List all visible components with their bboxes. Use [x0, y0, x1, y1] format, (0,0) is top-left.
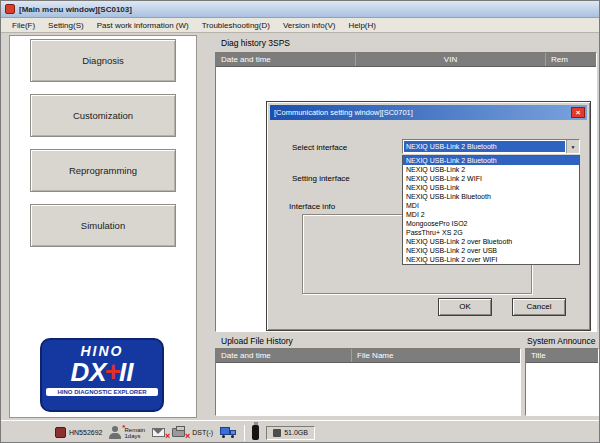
- diag-history-title: Diag history 3SPS: [221, 38, 290, 48]
- device-icon: [55, 427, 66, 438]
- main-menu-window: [Main menu window][SC0103] File(F) Setti…: [0, 0, 600, 443]
- dropdown-option[interactable]: NEXIQ USB-Link 2 WIFI: [403, 174, 579, 183]
- remain-days-text: Remain 1days: [124, 427, 145, 439]
- system-announce-header-row: Title: [526, 349, 598, 363]
- ok-button[interactable]: OK: [438, 298, 492, 316]
- dropdown-option[interactable]: MongoosePro ISO2: [403, 219, 579, 228]
- diag-history-header-row: Date and time VIN Rem: [216, 53, 596, 67]
- column-header-file-name[interactable]: File Name: [352, 349, 520, 362]
- app-icon: [5, 4, 15, 14]
- upload-file-history-title: Upload File History: [221, 336, 293, 346]
- logo-dx-text: DX: [71, 359, 107, 385]
- truck-icon: [220, 427, 237, 438]
- diagnosis-button[interactable]: Diagnosis: [30, 39, 176, 82]
- communication-setting-dialog: [Communication setting window][SC0701] S…: [266, 101, 591, 331]
- interface-info-label: Interface info: [289, 202, 335, 211]
- menu-file[interactable]: File(F): [6, 20, 41, 31]
- printer-icon: [172, 428, 185, 437]
- menu-troubleshooting[interactable]: Troubleshooting(D): [196, 20, 276, 31]
- customization-button[interactable]: Customization: [30, 94, 176, 137]
- dropdown-option[interactable]: MDI 2: [403, 210, 579, 219]
- remain-days: 1days: [124, 433, 145, 439]
- column-header-upload-date[interactable]: Date and time: [216, 349, 352, 362]
- dst-status-text: DST(-): [192, 429, 213, 436]
- disconnected-x-icon: [185, 432, 190, 441]
- dropdown-option[interactable]: NEXIQ USB-Link Bluetooth: [403, 192, 579, 201]
- dialog-title-bar: [Communication setting window][SC0701]: [270, 105, 587, 120]
- envelope-icon: [152, 428, 165, 437]
- drive-icon: [273, 429, 281, 437]
- interface-combobox[interactable]: NEXIQ USB-Link 2 Bluetooth: [402, 139, 580, 154]
- device-id-indicator: HN552692: [55, 427, 102, 438]
- upload-history-header-row: Date and time File Name: [216, 349, 520, 363]
- dropdown-option[interactable]: PassThru+ XS 2G: [403, 228, 579, 237]
- dropdown-option[interactable]: NEXIQ USB-Link: [403, 183, 579, 192]
- menu-version-info[interactable]: Version info(V): [277, 20, 341, 31]
- status-bar: HN552692 Remain 1days DST(-): [1, 420, 600, 443]
- combobox-selected-value: NEXIQ USB-Link 2 Bluetooth: [404, 141, 565, 152]
- system-announce-title: System Announce: [527, 336, 596, 346]
- menu-help[interactable]: Help(H): [342, 20, 382, 31]
- system-announce-table: Title: [525, 348, 599, 416]
- reprogramming-button[interactable]: Reprogramming: [30, 149, 176, 192]
- dialog-close-button[interactable]: [571, 107, 585, 118]
- menu-setting[interactable]: Setting(S): [42, 20, 90, 31]
- simulation-button[interactable]: Simulation: [30, 204, 176, 247]
- dialog-title-text: [Communication setting window][SC0701]: [274, 108, 413, 117]
- disk-space-indicator: 51.0GB: [266, 426, 315, 440]
- window-title: [Main menu window][SC0103]: [19, 5, 132, 14]
- statusbar-divider: [244, 425, 245, 441]
- license-remain-indicator: Remain 1days: [109, 426, 145, 439]
- device-id-text: HN552692: [69, 429, 102, 436]
- title-bar: [Main menu window][SC0103]: [1, 1, 600, 18]
- logo-ii-text: II: [119, 359, 133, 385]
- printer-status-indicator: [172, 428, 185, 437]
- logo-caption: HINO DIAGNOSTIC EXPLORER: [46, 388, 158, 396]
- hino-dx2-logo: HINO DX + II HINO DIAGNOSTIC EXPLORER: [40, 338, 164, 412]
- disk-space-text: 51.0GB: [284, 429, 308, 436]
- setting-interface-label: Setting interface: [292, 174, 350, 183]
- dropdown-option[interactable]: NEXIQ USB-Link 2 over Bluetooth: [403, 237, 579, 246]
- column-header-title[interactable]: Title: [526, 349, 598, 362]
- dropdown-option[interactable]: NEXIQ USB-Link 2: [403, 165, 579, 174]
- usb-device-icon: [252, 425, 259, 440]
- column-header-remark[interactable]: Rem: [546, 53, 596, 66]
- upload-file-history-table: Date and time File Name: [215, 348, 521, 416]
- dropdown-option[interactable]: NEXIQ USB-Link 2 over USB: [403, 246, 579, 255]
- sidebar-panel: Diagnosis Customization Reprogramming Si…: [9, 35, 197, 418]
- cancel-button[interactable]: Cancel: [512, 298, 566, 316]
- menu-bar: File(F) Setting(S) Past work information…: [1, 18, 600, 33]
- logo-product-text: DX + II: [71, 359, 134, 385]
- dropdown-option[interactable]: NEXIQ USB-Link 2 over WIFI: [403, 255, 579, 264]
- menu-past-work-information[interactable]: Past work information (W): [91, 20, 195, 31]
- mail-status-indicator: [152, 428, 165, 437]
- interface-dropdown-list: NEXIQ USB-Link 2 Bluetooth NEXIQ USB-Lin…: [402, 155, 580, 265]
- select-interface-label: Select interface: [292, 143, 347, 152]
- column-header-date-and-time[interactable]: Date and time: [216, 53, 356, 66]
- dropdown-option[interactable]: MDI: [403, 201, 579, 210]
- chevron-down-icon[interactable]: [566, 140, 579, 153]
- user-icon: [109, 426, 121, 439]
- column-header-vin[interactable]: VIN: [356, 53, 546, 66]
- alert-star-icon: [122, 423, 125, 432]
- dropdown-option[interactable]: NEXIQ USB-Link 2 Bluetooth: [403, 156, 579, 165]
- disconnected-x-icon: [165, 432, 170, 441]
